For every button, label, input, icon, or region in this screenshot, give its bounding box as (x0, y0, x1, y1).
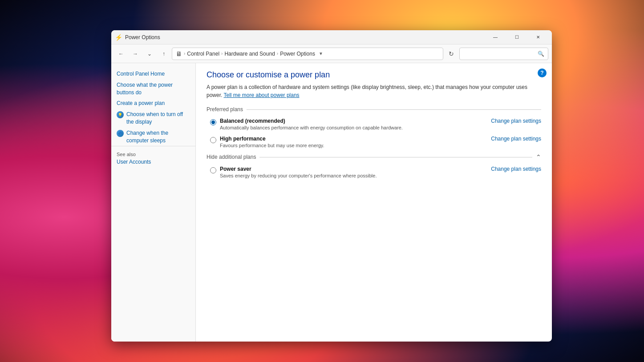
breadcrumb-control-panel[interactable]: Control Panel (187, 51, 219, 57)
page-title: Choose or customise a power plan (207, 70, 541, 80)
window-controls: — ☐ ✕ (485, 30, 548, 44)
sidebar-item-create-power-plan[interactable]: Create a power plan (111, 98, 195, 109)
sidebar-item-change-sleep[interactable]: 💤 Change when the computer sleeps (111, 128, 195, 146)
address-bar: ← → ⌄ ↑ 🖥 › Control Panel › Hardware and… (111, 44, 552, 63)
breadcrumb-bar: 🖥 › Control Panel › Hardware and Sound ›… (172, 48, 443, 60)
breadcrumb-dropdown[interactable]: ▼ (319, 51, 323, 56)
forward-button[interactable]: → (129, 48, 142, 60)
plan-left-high-performance: High performance Favours performance but… (210, 136, 324, 148)
plan-left-balanced: Balanced (recommended) Automatically bal… (210, 118, 403, 130)
balanced-name: Balanced (recommended) (220, 118, 403, 124)
sidebar-item-choose-display[interactable]: 💡 Choose when to turn off the display (111, 109, 195, 128)
power-saver-change-link[interactable]: Change plan settings (491, 166, 541, 172)
hide-additional-line (259, 157, 532, 157)
preferred-plans-label: Preferred plans (207, 106, 243, 113)
high-performance-change-link[interactable]: Change plan settings (491, 136, 541, 142)
see-also-section: See also User Accounts (111, 146, 195, 170)
see-also-label: See also (117, 152, 190, 157)
title-bar-left: ⚡ Power Options (115, 34, 160, 41)
see-also-user-accounts[interactable]: User Accounts (117, 159, 190, 165)
sidebar: Control Panel Home Choose what the power… (111, 63, 196, 342)
plan-left-power-saver: Power saver Saves energy by reducing you… (210, 166, 377, 178)
balanced-radio[interactable] (210, 119, 216, 125)
window-body: Control Panel Home Choose what the power… (111, 63, 552, 342)
title-bar: ⚡ Power Options — ☐ ✕ (111, 30, 552, 44)
power-options-window: ⚡ Power Options — ☐ ✕ ← → ⌄ ↑ 🖥 › Contro… (111, 30, 552, 342)
window-title: Power Options (125, 34, 160, 40)
preferred-plans-line (247, 109, 541, 110)
balanced-info: Balanced (recommended) Automatically bal… (220, 118, 403, 130)
breadcrumb-icon: 🖥 (176, 50, 182, 57)
window-icon: ⚡ (115, 34, 122, 41)
help-button[interactable]: ? (538, 68, 547, 77)
sleep-icon: 💤 (117, 130, 124, 137)
balanced-change-link[interactable]: Change plan settings (491, 118, 541, 124)
high-performance-desc: Favours performance but may use more ene… (220, 143, 324, 148)
main-content: ? Choose or customise a power plan A pow… (196, 63, 552, 342)
refresh-button[interactable]: ↻ (445, 48, 458, 60)
balanced-desc: Automatically balances performance with … (220, 125, 403, 130)
search-input[interactable] (463, 51, 538, 57)
power-saver-radio[interactable] (210, 167, 216, 173)
plan-item-high-performance: High performance Favours performance but… (207, 136, 541, 148)
search-icon: 🔍 (538, 51, 544, 57)
page-description: A power plan is a collection of hardware… (207, 83, 541, 99)
preferred-plans-header: Preferred plans (207, 106, 541, 113)
breadcrumb-power-options[interactable]: Power Options (280, 51, 315, 57)
sidebar-item-choose-power-buttons[interactable]: Choose what the power buttons do (111, 80, 195, 98)
high-performance-name: High performance (220, 136, 324, 142)
maximize-button[interactable]: ☐ (506, 30, 527, 44)
power-saver-info: Power saver Saves energy by reducing you… (220, 166, 377, 178)
close-button[interactable]: ✕ (528, 30, 548, 44)
display-icon: 💡 (117, 111, 124, 118)
search-box: 🔍 (459, 48, 548, 60)
minimize-button[interactable]: — (485, 30, 506, 44)
learn-more-link[interactable]: Tell me more about power plans (223, 92, 299, 98)
sidebar-item-control-panel-home[interactable]: Control Panel Home (111, 68, 195, 80)
power-saver-desc: Saves energy by reducing your computer's… (220, 173, 377, 178)
hide-additional-label: Hide additional plans (207, 154, 256, 160)
up-button[interactable]: ↑ (158, 48, 170, 60)
high-performance-info: High performance Favours performance but… (220, 136, 324, 148)
collapse-additional-button[interactable]: ⌃ (536, 153, 541, 161)
hide-additional-header: Hide additional plans ⌃ (207, 153, 541, 161)
plan-item-power-saver: Power saver Saves energy by reducing you… (207, 166, 541, 178)
plan-item-balanced: Balanced (recommended) Automatically bal… (207, 118, 541, 130)
back-button[interactable]: ← (115, 48, 127, 60)
high-performance-radio[interactable] (210, 137, 216, 143)
breadcrumb-hardware-sound[interactable]: Hardware and Sound (224, 51, 275, 57)
power-saver-name: Power saver (220, 166, 377, 172)
recent-button[interactable]: ⌄ (143, 48, 156, 60)
